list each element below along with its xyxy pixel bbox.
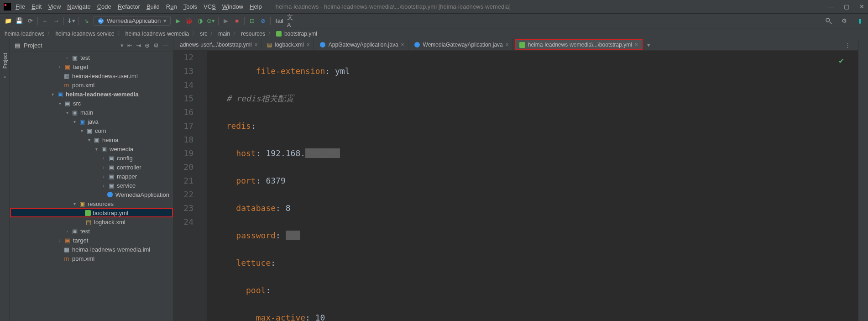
menu-view[interactable]: View bbox=[48, 3, 61, 10]
tree-iml-user[interactable]: ▦heima-leadnews-user.iml bbox=[10, 71, 173, 80]
tree-test2-folder[interactable]: ›▣test bbox=[10, 226, 173, 236]
panel-settings-icon[interactable]: ⚙ bbox=[153, 42, 159, 49]
hammer-icon[interactable]: ↘ bbox=[83, 17, 90, 25]
run-icon[interactable]: ▶ bbox=[174, 17, 182, 25]
tab-logback[interactable]: ▤logback.xml× bbox=[263, 39, 314, 50]
project-tab-vertical[interactable]: Project bbox=[2, 53, 8, 68]
crumb-wemedia[interactable]: heima-leadnews-wemedia bbox=[125, 31, 189, 37]
tree-target-folder[interactable]: ›▣target bbox=[10, 62, 173, 71]
window-maximize-button[interactable]: ▢ bbox=[844, 3, 849, 10]
translate-icon[interactable]: 文A bbox=[287, 17, 294, 25]
menu-code[interactable]: Code bbox=[97, 3, 111, 10]
project-panel-title[interactable]: Project bbox=[24, 42, 117, 49]
tail-label[interactable]: Tail bbox=[274, 17, 283, 24]
coverage-icon[interactable]: ◑ bbox=[196, 17, 204, 25]
stop-icon[interactable]: ■ bbox=[233, 17, 241, 25]
tree-wemedia-module[interactable]: ▾▣heima-leadnews-wemedia bbox=[10, 89, 173, 99]
menu-navigate[interactable]: Navigate bbox=[67, 3, 90, 10]
close-icon[interactable]: × bbox=[506, 42, 509, 48]
settings-icon[interactable]: ⚙ bbox=[841, 17, 848, 25]
tree-target2-folder[interactable]: ›▣target bbox=[10, 236, 173, 245]
menu-vcs[interactable]: VCS bbox=[204, 3, 216, 10]
structure-tab-icon[interactable]: ▫ bbox=[4, 73, 6, 80]
menu-help[interactable]: Help bbox=[250, 3, 262, 10]
tree-bootstrap-yml[interactable]: bootstrap.yml bbox=[10, 208, 173, 217]
crumb-service[interactable]: heima-leadnews-service bbox=[55, 31, 114, 37]
jetbrains-toolbox-icon[interactable]: ▮ bbox=[856, 17, 863, 25]
attach-icon[interactable]: ▶ bbox=[222, 17, 230, 25]
tree-controller-pkg[interactable]: ›▣controller bbox=[10, 163, 173, 172]
tab-bootstrap-user[interactable]: adnews-user\...\bootstrap.yml× bbox=[176, 39, 261, 50]
menu-build[interactable]: Build bbox=[146, 3, 160, 10]
save-all-icon[interactable]: 💾 bbox=[16, 17, 23, 25]
no-entry-icon[interactable]: ⊘ bbox=[259, 17, 267, 25]
tree-heima-pkg[interactable]: ▾▣heima bbox=[10, 135, 173, 144]
crumb-src[interactable]: src bbox=[200, 31, 207, 37]
crumb-root[interactable]: heima-leadnews bbox=[5, 31, 44, 37]
tab-appgateway[interactable]: AppGatewayApplication.java× bbox=[316, 39, 408, 50]
tree-resources-folder[interactable]: ▾▣resources bbox=[10, 199, 173, 208]
tree-src-folder[interactable]: ▾▣src bbox=[10, 99, 173, 108]
crumb-resources[interactable]: resources bbox=[241, 31, 265, 37]
tree-service-pkg[interactable]: ›▣service bbox=[10, 181, 173, 190]
menu-tools[interactable]: Tools bbox=[183, 3, 197, 10]
svg-point-9 bbox=[414, 42, 420, 47]
close-icon[interactable]: × bbox=[401, 42, 404, 48]
tree-iml-wemedia[interactable]: ▦heima-leadnews-wemedia.iml bbox=[10, 245, 173, 254]
expand-all-icon[interactable]: ⇥ bbox=[136, 42, 141, 49]
tree-logback-xml[interactable]: ▤logback.xml bbox=[10, 217, 173, 226]
tree-wemedia-app[interactable]: WemediaApplication bbox=[10, 190, 173, 199]
search-icon[interactable] bbox=[825, 17, 832, 25]
tree-config-pkg[interactable]: ›▣config bbox=[10, 153, 173, 163]
editor-area: adnews-user\...\bootstrap.yml× ▤logback.… bbox=[173, 39, 858, 321]
sync-icon[interactable]: ⟳ bbox=[26, 17, 34, 25]
yml-file-icon bbox=[85, 210, 91, 216]
code-editor[interactable]: 12 13 14 15 16 17 18 19 20 21 22 23 24 f… bbox=[173, 51, 858, 321]
tab-bootstrap-wemedia[interactable]: heima-leadnews-wemedia\...\bootstrap.yml… bbox=[515, 39, 643, 50]
crumb-file[interactable]: bootstrap.yml bbox=[284, 31, 317, 37]
menu-file[interactable]: File bbox=[16, 3, 25, 10]
breadcrumb: heima-leadnews 〉 heima-leadnews-service … bbox=[0, 28, 868, 39]
code-content[interactable]: file-extension: yml # redis相关配置 redis: h… bbox=[207, 51, 858, 321]
crumb-main[interactable]: main bbox=[218, 31, 230, 37]
close-icon[interactable]: × bbox=[254, 42, 257, 48]
tab-scroll-icon[interactable]: ▾ bbox=[644, 42, 653, 48]
window-close-button[interactable]: ✕ bbox=[859, 3, 864, 10]
left-tool-strip: Project ▫ bbox=[0, 39, 10, 321]
tree-java-folder[interactable]: ▾▣java bbox=[10, 117, 173, 126]
app-logo-icon bbox=[4, 3, 11, 11]
title-bar: File Edit View Navigate Code Refactor Bu… bbox=[0, 0, 868, 14]
tree-pom-1[interactable]: mpom.xml bbox=[10, 80, 173, 89]
debug-icon[interactable]: 🐞 bbox=[185, 17, 193, 25]
tree-pom-2[interactable]: mpom.xml bbox=[10, 254, 173, 263]
tab-more-icon[interactable]: ⋮ bbox=[840, 42, 855, 48]
editor-tabs: adnews-user\...\bootstrap.yml× ▤logback.… bbox=[173, 39, 858, 51]
project-tree: ›▣test ›▣target ▦heima-leadnews-user.iml… bbox=[10, 52, 173, 321]
tree-test-folder[interactable]: ›▣test bbox=[10, 53, 173, 62]
menu-run[interactable]: Run bbox=[166, 3, 177, 10]
tree-com-pkg[interactable]: ▾▣com bbox=[10, 126, 173, 135]
menu-refactor[interactable]: Refactor bbox=[118, 3, 140, 10]
close-icon[interactable]: × bbox=[635, 42, 638, 48]
tree-mapper-pkg[interactable]: ›▣mapper bbox=[10, 172, 173, 181]
tab-wemediagateway[interactable]: WemediaGatewayAplication.java× bbox=[410, 39, 513, 50]
hide-icon[interactable]: — bbox=[162, 42, 168, 49]
menu-edit[interactable]: Edit bbox=[31, 3, 42, 10]
open-icon[interactable]: 📁 bbox=[5, 17, 12, 25]
run-config-selector[interactable]: W WemediaApplication ▾ bbox=[94, 16, 171, 26]
vcs-group-icon[interactable]: ⬇▾ bbox=[68, 17, 75, 25]
tree-wemedia-pkg[interactable]: ▾▣wemedia bbox=[10, 144, 173, 153]
project-icon: ▤ bbox=[15, 42, 20, 49]
back-icon[interactable]: ← bbox=[42, 17, 49, 25]
tree-main-folder[interactable]: ▾▣main bbox=[10, 108, 173, 117]
menu-window[interactable]: Window bbox=[222, 3, 243, 10]
collapse-all-icon[interactable]: ⇤ bbox=[127, 42, 132, 49]
svg-line-6 bbox=[830, 22, 831, 24]
forward-icon[interactable]: → bbox=[52, 17, 60, 25]
chart-icon[interactable]: ⊡ bbox=[248, 17, 256, 25]
right-tool-strip bbox=[858, 39, 868, 321]
close-icon[interactable]: × bbox=[307, 42, 310, 48]
window-minimize-button[interactable]: — bbox=[828, 3, 834, 10]
profile-icon[interactable]: ⊙▾ bbox=[207, 17, 214, 25]
select-opened-icon[interactable]: ⊕ bbox=[145, 42, 150, 49]
